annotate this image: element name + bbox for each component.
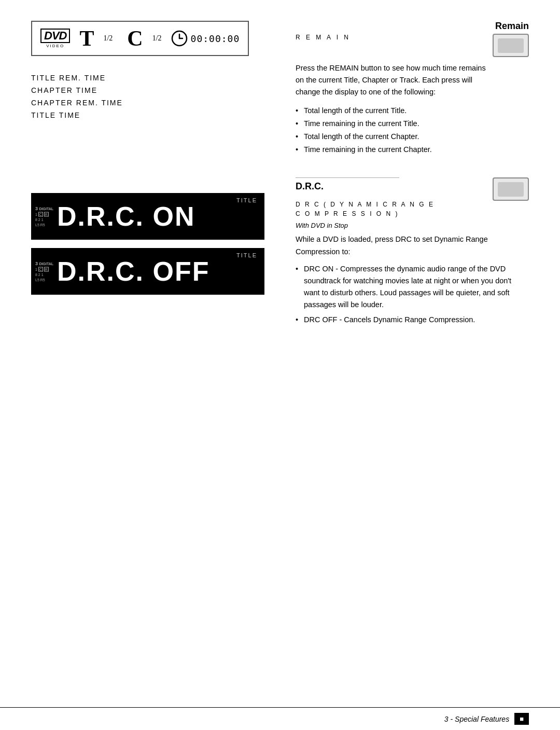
osd-title-fraction: 1/2 (103, 34, 113, 43)
drc-label-block: D.R.C. (296, 177, 399, 192)
drc-off-side-icons: 3 DIGITAL 1 C R 8 2 1 L5 R5 (35, 261, 53, 282)
drc-bullet-2: DRC OFF - Cancels Dynamic Range Compress… (296, 314, 529, 326)
remain-bullet-2: Time remaining in the current Title. (296, 118, 529, 130)
menu-item-chapter-time[interactable]: CHAPTER TIME (31, 86, 264, 94)
drc-off-text: D.R.C. OFF (57, 256, 209, 287)
drc-on-screen: 3 DIGITAL 1 C R 8 2 1 L5 R5 TITLE D.R.C.… (31, 193, 264, 240)
remain-bullet-1: Total length of the current Title. (296, 105, 529, 117)
footer-text: 3 - Special Features (444, 715, 509, 723)
drc-off-screen: 3 DIGITAL 1 C R 8 2 1 L5 R5 TITLE D.R.C.… (31, 248, 264, 295)
drc-on-text: D.R.C. ON (57, 201, 195, 232)
remain-header: Remain (296, 21, 529, 32)
remain-label: R E M A I N (296, 34, 351, 41)
menu-item-chapter-rem-time[interactable]: CHAPTER REM. TIME (31, 99, 264, 107)
drc-header-row2: D R C ( D Y N A M I C R A N G E C O M P … (296, 201, 529, 217)
remain-description: Press the REMAIN button to see how much … (296, 62, 493, 99)
remain-bullet-3: Total length of the current Chapter. (296, 131, 529, 143)
footer-badge: ■ (514, 713, 529, 725)
menu-item-title-time[interactable]: TITLE TIME (31, 111, 264, 119)
dvd-logo: DVD VIDEO (40, 29, 70, 48)
right-panel: Remain R E M A I N Press the REMAIN butt… (285, 21, 529, 157)
page: DVD VIDEO T1/2 C1/2 00:00:00 (0, 0, 560, 730)
drc-button-inner (498, 182, 524, 197)
osd-display: DVD VIDEO T1/2 C1/2 00:00:00 (31, 21, 249, 56)
menu-list: TITLE REM. TIME CHAPTER TIME CHAPTER REM… (31, 74, 264, 119)
drc-right-panel: D.R.C. D R C ( D Y N A M I C R A N G E C… (285, 177, 529, 329)
drc-bullets: DRC ON - Compresses the dynamic audio ra… (296, 263, 529, 326)
menu-item-title-rem-time[interactable]: TITLE REM. TIME (31, 74, 264, 82)
drc-label-line2: C O M P R E S S I O N ) (296, 210, 529, 217)
osd-chapter-label: C (127, 26, 143, 51)
top-section: DVD VIDEO T1/2 C1/2 00:00:00 (31, 21, 529, 157)
osd-title-label: T (79, 26, 94, 51)
drc-on-side-icons: 3 DIGITAL 1 C R 8 2 1 L5 R5 (35, 206, 53, 227)
drc-screens: 3 DIGITAL 1 C R 8 2 1 L5 R5 TITLE D.R.C.… (31, 177, 264, 329)
left-panel: DVD VIDEO T1/2 C1/2 00:00:00 (31, 21, 264, 157)
osd-time: 00:00:00 (191, 33, 240, 44)
drc-bullet-1: DRC ON - Compresses the dynamic audio ra… (296, 263, 529, 311)
footer: 3 - Special Features ■ (0, 707, 560, 730)
drc-subtitle: With DVD in Stop (296, 222, 529, 229)
bottom-section: 3 DIGITAL 1 C R 8 2 1 L5 R5 TITLE D.R.C.… (31, 177, 529, 329)
osd-chapter-fraction: 1/2 (152, 34, 162, 43)
remain-button[interactable] (493, 34, 529, 57)
clock-icon (171, 30, 188, 47)
drc-title: D.R.C. (296, 181, 399, 192)
dvd-logo-text: DVD (40, 29, 70, 43)
remain-button-inner (498, 38, 524, 53)
drc-header-row: D.R.C. (296, 177, 529, 201)
remain-bullet-4: Time remaining in the current Chapter. (296, 144, 529, 156)
drc-label-line1: D R C ( D Y N A M I C R A N G E (296, 201, 529, 208)
remain-bullets: Total length of the current Title. Time … (296, 105, 529, 156)
drc-off-screen-label: TITLE (236, 252, 257, 258)
drc-button[interactable] (493, 177, 529, 201)
remain-top-row: R E M A I N (296, 34, 529, 57)
drc-intro: While a DVD is loaded, press DRC to set … (296, 233, 529, 257)
drc-on-screen-label: TITLE (236, 197, 257, 203)
dvd-logo-sub: VIDEO (46, 44, 64, 48)
osd-clock: 00:00:00 (171, 30, 240, 47)
